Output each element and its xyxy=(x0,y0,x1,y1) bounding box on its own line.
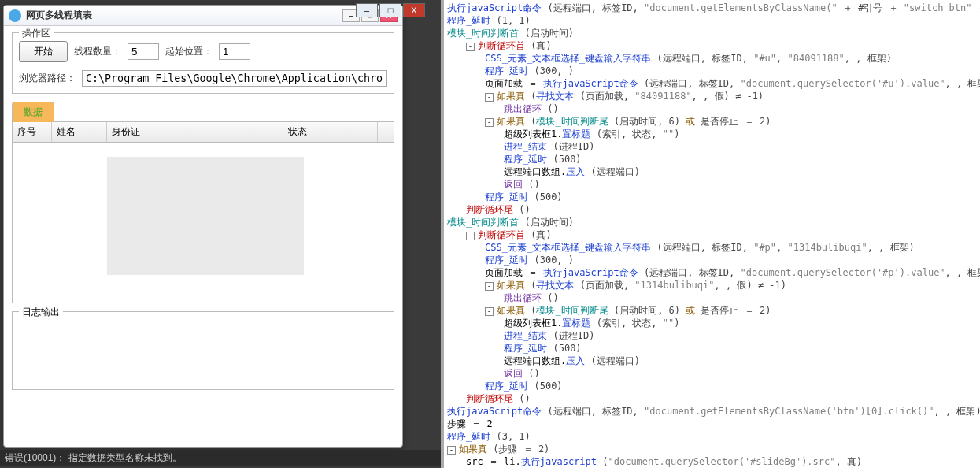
code-line[interactable]: -如果真 (寻找文本 (页面加载, "84091188", , 假) ≠ -1) xyxy=(447,90,977,102)
code-token: 执行javaScript命令 xyxy=(543,78,638,89)
operation-legend: 操作区 xyxy=(19,27,54,40)
code-token: (索引, 状态, xyxy=(590,318,662,329)
code-line[interactable]: 超级列表框1.置标题 (索引, 状态, "") xyxy=(447,317,977,329)
code-token: ＋ #引号 ＋ xyxy=(972,2,980,13)
code-editor[interactable]: 执行javaScript命令 (远程端口, 标签ID, "document.ge… xyxy=(441,0,980,468)
start-pos-input[interactable] xyxy=(219,43,250,60)
code-token: 执行javaScript命令 xyxy=(543,267,638,278)
code-token: 执行javaScript命令 xyxy=(447,2,542,13)
th-id[interactable]: 身份证 xyxy=(107,122,283,142)
code-line[interactable]: 返回 () xyxy=(447,178,977,191)
code-token: (启动时间) xyxy=(519,217,574,228)
th-extra[interactable] xyxy=(378,122,394,142)
code-token: ＋ #引号 ＋ xyxy=(838,2,904,13)
tree-toggle-icon[interactable]: - xyxy=(466,232,475,240)
code-token: ) xyxy=(674,318,679,329)
table-body[interactable] xyxy=(13,143,394,304)
code-line[interactable]: -如果真 (模块_时间判断尾 (启动时间, 6) 或 是否停止 ＝ 2) xyxy=(447,115,977,128)
code-line[interactable]: 页面加载 ＝ 执行javaScript命令 (远程端口, 标签ID, "docu… xyxy=(447,266,977,279)
code-token: , xyxy=(776,242,787,253)
code-token: "document.querySelector('#slideBg').src" xyxy=(608,456,836,467)
outer-minimize-button[interactable]: – xyxy=(356,3,378,17)
code-token: (远程端口, 标签ID, xyxy=(651,53,753,64)
code-line[interactable]: 程序_延时 (300, ) xyxy=(447,65,977,77)
code-token: 返回 xyxy=(504,368,523,379)
code-token: ) xyxy=(674,128,679,139)
code-line[interactable]: 执行javaScript命令 (远程端口, 标签ID, "document.ge… xyxy=(447,2,977,14)
code-token: (300, ) xyxy=(528,65,574,76)
code-line[interactable]: 执行javaScript命令 (远程端口, 标签ID, "document.ge… xyxy=(447,405,977,418)
tree-toggle-icon[interactable]: - xyxy=(485,307,494,316)
code-token: () xyxy=(542,292,559,303)
code-token: src ＝ li. xyxy=(466,456,521,467)
th-index[interactable]: 序号 xyxy=(13,122,52,142)
code-line[interactable]: src ＝ li.执行javascript ("document.querySe… xyxy=(447,455,977,468)
code-line[interactable]: 程序_延时 (500) xyxy=(447,380,977,392)
code-line[interactable]: 判断循环尾 () xyxy=(447,203,977,216)
code-line[interactable]: CSS_元素_文本框选择_键盘输入字符串 (远程端口, 标签ID, "#p", … xyxy=(447,241,977,254)
code-line[interactable]: 模块_时间判断首 (启动时间) xyxy=(447,216,977,228)
code-token: 置标题 xyxy=(562,318,590,329)
code-line[interactable]: -如果真 (步骤 ＝ 2) xyxy=(447,443,977,455)
code-token: 如果真 xyxy=(497,280,525,291)
code-token: 程序_延时 xyxy=(485,65,528,76)
code-line[interactable]: 步骤 ＝ 2 xyxy=(447,418,977,430)
code-token: "switch_btn" xyxy=(904,2,972,13)
data-table: 序号 姓名 身份证 状态 xyxy=(12,122,394,303)
code-line[interactable]: 跳出循环 () xyxy=(447,292,977,304)
code-line[interactable]: 模块_时间判断首 (启动时间) xyxy=(447,27,977,39)
code-line[interactable]: 程序_延时 (1, 1) xyxy=(447,14,977,27)
code-line[interactable]: 程序_延时 (500) xyxy=(447,153,977,165)
outer-window-controls: – □ X xyxy=(356,3,425,17)
data-tabs: 数据 序号 姓名 身份证 状态 xyxy=(12,102,394,303)
code-token: ( xyxy=(525,305,536,316)
th-status[interactable]: 状态 xyxy=(283,122,378,142)
code-line[interactable]: -如果真 (模块_时间判断尾 (启动时间, 6) 或 是否停止 ＝ 2) xyxy=(447,304,977,317)
code-token: , , 框架) xyxy=(934,406,980,417)
code-token: 寻找文本 xyxy=(536,280,574,291)
browser-path-input[interactable] xyxy=(82,70,387,87)
code-token: "document.querySelector('#p').value" xyxy=(741,267,945,278)
code-line[interactable]: 程序_延时 (300, ) xyxy=(447,254,977,266)
code-token: (启动时间) xyxy=(519,28,574,39)
tree-toggle-icon[interactable]: - xyxy=(485,93,494,102)
code-line[interactable]: 程序_延时 (3, 1) xyxy=(447,430,977,443)
code-line[interactable]: 进程_结束 (进程ID) xyxy=(447,140,977,153)
code-line[interactable]: 远程端口数组.压入 (远程端口) xyxy=(447,355,977,367)
tree-toggle-icon[interactable]: - xyxy=(466,43,475,51)
code-token: 寻找文本 xyxy=(536,91,574,102)
window-title: 网页多线程填表 xyxy=(26,9,342,22)
code-line[interactable]: 远程端口数组.压入 (远程端口) xyxy=(447,165,977,178)
code-token: 进程_结束 xyxy=(504,141,547,152)
code-line[interactable]: 页面加载 ＝ 执行javaScript命令 (远程端口, 标签ID, "docu… xyxy=(447,77,977,90)
thread-count-input[interactable] xyxy=(128,43,159,60)
code-line[interactable]: -判断循环首 (真) xyxy=(447,228,977,241)
code-line[interactable]: 超级列表框1.置标题 (索引, 状态, "") xyxy=(447,128,977,140)
code-line[interactable]: 进程_结束 (进程ID) xyxy=(447,329,977,342)
code-line[interactable]: 程序_延时 (500) xyxy=(447,342,977,355)
code-line[interactable]: -判断循环首 (真) xyxy=(447,39,977,52)
code-line[interactable]: 程序_延时 (500) xyxy=(447,191,977,203)
code-line[interactable]: CSS_元素_文本框选择_键盘输入字符串 (远程端口, 标签ID, "#u", … xyxy=(447,52,977,65)
code-token: "document.getElementsByClassName(" xyxy=(644,2,838,13)
titlebar[interactable]: 网页多线程填表 – □ X xyxy=(4,6,402,26)
code-line[interactable]: -如果真 (寻找文本 (页面加载, "1314bulibuqi", , 假) ≠… xyxy=(447,279,977,292)
tree-toggle-icon[interactable]: - xyxy=(447,446,456,455)
start-button[interactable]: 开始 xyxy=(19,41,68,62)
code-line[interactable]: 判断循环尾 () xyxy=(447,392,977,405)
code-token: , , 框架) xyxy=(867,242,915,253)
code-token: , xyxy=(776,53,787,64)
code-token: 如果真 xyxy=(497,116,525,127)
code-line[interactable]: 跳出循环 () xyxy=(447,102,977,115)
outer-close-button[interactable]: X xyxy=(403,3,425,17)
outer-maximize-button[interactable]: □ xyxy=(379,3,401,17)
code-token: CSS_元素_文本框选择_键盘输入字符串 xyxy=(485,242,651,253)
code-token: , , 假) ≠ -1) xyxy=(692,91,764,102)
th-name[interactable]: 姓名 xyxy=(52,122,107,142)
code-token: (远程端口, 标签ID, xyxy=(542,2,644,13)
tab-data[interactable]: 数据 xyxy=(12,102,54,122)
code-line[interactable]: 返回 () xyxy=(447,367,977,380)
tree-toggle-icon[interactable]: - xyxy=(485,282,494,291)
tree-toggle-icon[interactable]: - xyxy=(485,118,494,127)
code-token: 压入 xyxy=(566,166,585,177)
